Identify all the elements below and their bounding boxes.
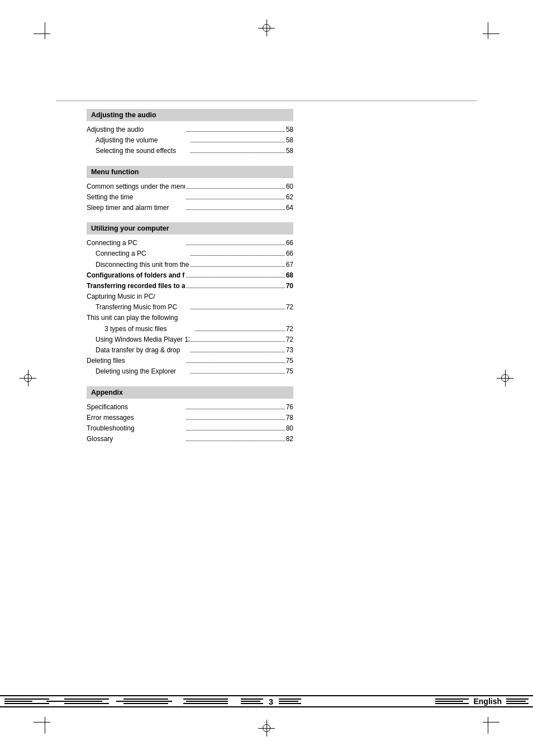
toc-content: Adjusting the audio Adjusting the audio … [87, 109, 293, 444]
toc-entry: Transferring recorded files to a PC 70 [87, 281, 293, 291]
footer-stripes-right-post [506, 698, 533, 704]
section-header-menu: Menu function [87, 166, 293, 178]
toc-entry: Connecting a PC 66 [87, 238, 293, 248]
footer-stripes-pre [241, 698, 263, 704]
section-entries-computer: Connecting a PC 66 Connecting a PC 66 Di… [87, 238, 293, 377]
section-entries-appendix: Specifications 76 Error messages 78 Trou… [87, 402, 293, 445]
section-header-appendix: Appendix [87, 386, 293, 399]
footer-right: English [310, 697, 533, 706]
toc-entry: Transferring Music from PC 72 [87, 302, 293, 313]
toc-entry: Setting the time 62 [87, 192, 293, 203]
language-label: English [473, 697, 502, 706]
corner-mark-bl [34, 711, 56, 734]
toc-entry: Connecting a PC 66 [87, 248, 293, 259]
section-header-computer: Utilizing your computer [87, 222, 293, 235]
toc-entry: Selecting the sound effects 58 [87, 146, 293, 156]
page-number: 3 [269, 697, 273, 706]
page: Adjusting the audio Adjusting the audio … [0, 0, 533, 756]
toc-entry: Configurations of folders and files 68 [87, 270, 293, 281]
toc-entry: Error messages 78 [87, 413, 293, 423]
toc-entry: Specifications 76 [87, 402, 293, 413]
footer-center: 3 [232, 697, 310, 706]
toc-entry: Common settings under the menu 60 [87, 181, 293, 192]
toc-entry: Adjusting the audio 58 [87, 125, 293, 135]
section-entries-audio: Adjusting the audio 58 Adjusting the vol… [87, 125, 293, 157]
corner-mark-br [477, 711, 499, 734]
section-entries-menu: Common settings under the menu 60 Settin… [87, 181, 293, 214]
toc-entry: Deleting files 75 [87, 356, 293, 366]
top-rule [56, 101, 477, 101]
corner-mark-tr [477, 22, 499, 45]
toc-entry: Troubleshooting 80 [87, 423, 293, 434]
crosshair-bottom [258, 720, 275, 736]
section-header-audio: Adjusting the audio [87, 109, 293, 121]
toc-entry: This unit can play the following [87, 313, 293, 323]
footer-stripes-left [0, 698, 232, 705]
footer-bar: 3 English [0, 695, 533, 707]
footer-stripes-right-pre [435, 698, 469, 704]
toc-entry: Disconnecting this unit from the PC 67 [87, 260, 293, 270]
crosshair-top [258, 20, 275, 36]
toc-entry: Using Windows Media Player 12 72 [87, 334, 293, 345]
toc-entry: Data transfer by drag & drop 73 [87, 345, 293, 356]
toc-entry: Sleep timer and alarm timer 64 [87, 203, 293, 213]
toc-entry: Adjusting the volume 58 [87, 135, 293, 146]
toc-entry: Capturing Music in PC/ [87, 291, 293, 302]
corner-mark-tl [34, 22, 56, 45]
crosshair-left [20, 370, 36, 386]
toc-entry: 3 types of music files 72 [87, 324, 293, 334]
footer-stripes-post [279, 698, 301, 704]
crosshair-right [497, 370, 513, 386]
toc-entry: Deleting using the Explorer 75 [87, 366, 293, 377]
toc-entry: Glossary 82 [87, 434, 293, 444]
